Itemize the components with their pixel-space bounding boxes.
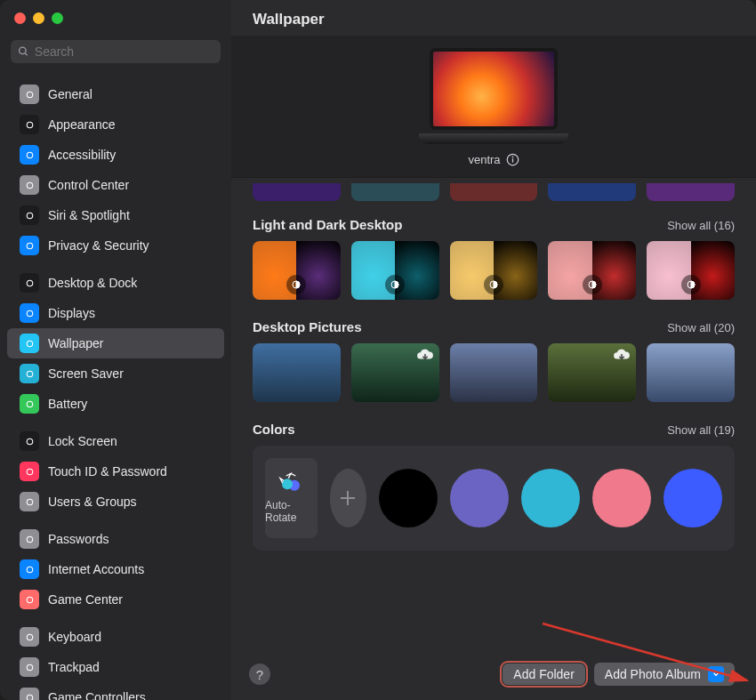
sidebar-item-internet-acct[interactable]: Internet Accounts: [7, 554, 224, 584]
wallpaper-thumb[interactable]: [253, 183, 341, 201]
light-dark-thumb[interactable]: [647, 241, 735, 300]
search-input[interactable]: [11, 40, 221, 63]
light-dark-thumb[interactable]: [351, 241, 439, 300]
person-icon: [20, 145, 39, 165]
wallpaper-thumb[interactable]: [351, 183, 439, 201]
wallpaper-thumb[interactable]: [548, 183, 636, 201]
svg-point-21: [27, 695, 33, 700]
svg-point-15: [27, 499, 33, 505]
add-folder-button[interactable]: Add Folder: [503, 664, 584, 685]
light-dark-thumb[interactable]: [548, 241, 636, 300]
sidebar-item-label: Trackpad: [48, 660, 100, 674]
svg-point-0: [20, 47, 26, 53]
show-all-light-dark[interactable]: Show all (16): [667, 219, 735, 232]
wallpaper-thumb[interactable]: [450, 183, 538, 201]
users-icon: [20, 492, 39, 511]
light-dark-toggle-icon: [286, 275, 306, 294]
wallpaper-preview: ventra: [231, 36, 756, 178]
svg-point-20: [27, 664, 33, 671]
sidebar-item-game-ctrl[interactable]: Game Controllers: [7, 682, 224, 700]
add-photo-album-button[interactable]: Add Photo Album: [594, 663, 735, 686]
svg-point-10: [27, 341, 33, 347]
desktop-picture-thumb[interactable]: [351, 343, 439, 402]
sidebar-item-label: Screen Saver: [48, 366, 124, 381]
show-all-colors[interactable]: Show all (19): [667, 423, 735, 437]
desktop-picture-thumb[interactable]: [548, 343, 636, 402]
sidebar-item-general[interactable]: General: [7, 79, 224, 109]
sidebar-item-users-groups[interactable]: Users & Groups: [7, 487, 224, 517]
color-swatch[interactable]: [592, 469, 651, 527]
sidebar-item-game-center[interactable]: Game Center: [7, 584, 224, 615]
sidebar-item-appearance[interactable]: Appearance: [7, 109, 224, 140]
cloud-download-icon: [611, 347, 632, 363]
sidebar-item-displays[interactable]: Displays: [7, 298, 224, 328]
auto-rotate-button[interactable]: Auto-Rotate: [265, 458, 318, 538]
light-dark-thumb[interactable]: [450, 241, 538, 300]
svg-point-5: [27, 182, 33, 189]
maximize-icon[interactable]: [52, 12, 63, 24]
desktop-picture-thumb[interactable]: [450, 343, 538, 402]
help-button[interactable]: ?: [249, 664, 270, 685]
svg-point-9: [27, 310, 33, 317]
svg-point-25: [512, 157, 513, 157]
sidebar-item-control-center[interactable]: Control Center: [7, 170, 224, 200]
photo-icon: [20, 334, 39, 353]
sidebar-item-passwords[interactable]: Passwords: [7, 524, 224, 554]
sidebar-item-screen-saver[interactable]: Screen Saver: [7, 358, 224, 389]
light-dark-toggle-icon: [681, 275, 701, 294]
svg-point-6: [27, 213, 33, 219]
svg-point-4: [27, 152, 33, 158]
hand-icon: [20, 236, 39, 255]
sidebar-item-label: Desktop & Dock: [48, 276, 137, 290]
light-dark-heading: Light and Dark Desktop: [253, 217, 402, 232]
svg-point-2: [27, 92, 33, 98]
wallpaper-thumb[interactable]: [647, 183, 735, 201]
light-dark-toggle-icon: [484, 275, 503, 294]
sidebar-item-label: Wallpaper: [48, 336, 104, 350]
light-dark-toggle-icon: [583, 275, 602, 294]
sliders-icon: [20, 175, 39, 195]
minimize-icon[interactable]: [33, 12, 44, 24]
sidebar-item-siri[interactable]: Siri & Spotlight: [7, 200, 224, 230]
desktop-picture-thumb[interactable]: [253, 343, 341, 402]
light-dark-thumb[interactable]: [253, 241, 341, 300]
sidebar-item-trackpad[interactable]: Trackpad: [7, 652, 224, 682]
sidebar-item-wallpaper[interactable]: Wallpaper: [7, 328, 224, 358]
appearance-icon: [20, 115, 39, 134]
sidebar-item-keyboard[interactable]: Keyboard: [7, 622, 224, 652]
dock-icon: [20, 273, 39, 293]
sidebar-item-label: Privacy & Security: [48, 238, 149, 253]
sidebar-item-privacy[interactable]: Privacy & Security: [7, 230, 224, 261]
close-icon[interactable]: [14, 12, 26, 24]
cloud-download-icon: [414, 347, 436, 363]
siri-icon: [20, 205, 39, 225]
info-icon[interactable]: [506, 153, 519, 166]
light-dark-toggle-icon: [385, 275, 405, 294]
add-color-button[interactable]: [330, 469, 366, 527]
auto-rotate-icon: [277, 472, 305, 494]
current-wallpaper-name: ventra: [468, 153, 500, 166]
color-swatch[interactable]: [450, 469, 509, 527]
battery-icon: [20, 394, 39, 414]
trackpad-icon: [20, 657, 39, 677]
dropdown-chevron-icon[interactable]: [708, 666, 724, 682]
color-swatch[interactable]: [521, 469, 580, 527]
show-all-desktop-pictures[interactable]: Show all (20): [667, 321, 735, 334]
main-pane: Wallpaper ventra Light and Dark Desktop …: [231, 0, 756, 700]
desktop-pictures-heading: Desktop Pictures: [253, 319, 362, 334]
svg-point-16: [27, 536, 33, 543]
sidebar-item-label: Internet Accounts: [48, 562, 144, 576]
sidebar-item-label: Passwords: [48, 532, 109, 546]
sidebar-item-lock-screen[interactable]: Lock Screen: [7, 426, 224, 456]
sidebar-item-touch-id[interactable]: Touch ID & Password: [7, 456, 224, 487]
sidebar-item-accessibility[interactable]: Accessibility: [7, 140, 224, 170]
color-swatch[interactable]: [379, 469, 438, 527]
svg-point-19: [27, 634, 33, 640]
at-icon: [20, 559, 39, 579]
sidebar-item-label: General: [48, 87, 92, 101]
desktop-picture-thumb[interactable]: [647, 343, 735, 402]
sidebar-item-battery[interactable]: Battery: [7, 389, 224, 419]
color-swatch[interactable]: [664, 469, 722, 527]
sidebar-item-desktop-dock[interactable]: Desktop & Dock: [7, 268, 224, 298]
sidebar-item-label: Battery: [48, 397, 87, 411]
